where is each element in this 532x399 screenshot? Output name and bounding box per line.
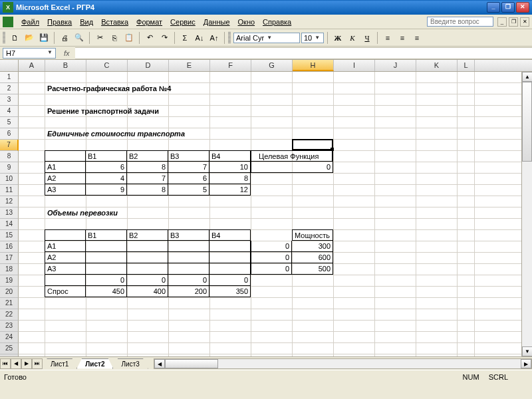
cell-B15[interactable]: [45, 229, 86, 241]
cell-F9[interactable]: 10: [209, 162, 251, 173]
row-header-19[interactable]: 19: [0, 275, 19, 287]
cell-E20[interactable]: 200: [168, 286, 209, 297]
preview-icon[interactable]: 🔍: [72, 31, 86, 45]
cell-F11[interactable]: 12: [209, 184, 251, 196]
open-icon[interactable]: 📂: [23, 31, 36, 45]
cell-B6[interactable]: Единичные стоимости транспорта: [45, 128, 86, 140]
cell-H17[interactable]: 600: [292, 252, 333, 263]
fx-label[interactable]: fx: [59, 49, 75, 57]
row-header-4[interactable]: 4: [0, 106, 19, 117]
row-header-18[interactable]: 18: [0, 264, 19, 275]
align-right-icon[interactable]: ≡: [410, 31, 424, 45]
row-header-9[interactable]: 9: [0, 162, 19, 174]
row-header-14[interactable]: 14: [0, 219, 19, 230]
scroll-down-icon[interactable]: ▼: [522, 346, 532, 356]
menu-edit[interactable]: Правка: [43, 17, 76, 27]
menu-window[interactable]: Окно: [234, 17, 259, 27]
cell-D16[interactable]: [127, 241, 168, 252]
scroll-up-icon[interactable]: ▲: [522, 72, 532, 82]
paste-icon[interactable]: 📋: [122, 31, 136, 45]
cell-E19[interactable]: 0: [168, 275, 209, 286]
cell-F15[interactable]: B4: [209, 229, 251, 241]
cell-B13[interactable]: Объемы перевозки: [45, 207, 86, 219]
row-header-6[interactable]: 6: [0, 128, 19, 140]
help-search[interactable]: [427, 17, 493, 27]
help-input[interactable]: [427, 17, 493, 27]
vertical-scrollbar[interactable]: ▲ ▼: [521, 72, 532, 356]
cell-E11[interactable]: 5: [168, 184, 209, 196]
row-header-21[interactable]: 21: [0, 298, 19, 309]
row-header-20[interactable]: 20: [0, 287, 19, 298]
cut-icon[interactable]: ✂: [93, 31, 106, 45]
column-header-A[interactable]: A: [19, 60, 45, 71]
row-header-17[interactable]: 17: [0, 253, 19, 264]
italic-button[interactable]: К: [346, 31, 359, 45]
close-button[interactable]: ✕: [516, 2, 529, 13]
menu-data[interactable]: Данные: [200, 17, 234, 27]
new-icon[interactable]: 🗋: [8, 31, 21, 45]
cell-C15[interactable]: B1: [86, 229, 127, 241]
column-header-J[interactable]: J: [375, 60, 416, 71]
tab-first-icon[interactable]: ⏮: [0, 358, 11, 369]
cell-B4[interactable]: Решение транспортной задачи: [45, 106, 86, 117]
cell-E17[interactable]: [168, 252, 209, 263]
underline-button[interactable]: Ч: [360, 31, 374, 45]
cell-D11[interactable]: 8: [127, 184, 168, 196]
align-left-icon[interactable]: ≡: [381, 31, 394, 45]
row-header-22[interactable]: 22: [0, 309, 19, 321]
select-all-corner[interactable]: [0, 60, 19, 71]
doc-close-button[interactable]: ✕: [520, 17, 529, 27]
cell-E8[interactable]: B3: [168, 150, 209, 162]
cell-F16[interactable]: [209, 241, 251, 252]
row-header-12[interactable]: 12: [0, 196, 19, 207]
cell-D8[interactable]: B2: [127, 150, 168, 162]
row-header-1[interactable]: 1: [0, 72, 19, 83]
cell-D9[interactable]: 8: [127, 162, 168, 173]
cell-G16[interactable]: 0: [251, 241, 292, 252]
font-size-selector[interactable]: 10▼: [301, 33, 324, 43]
cell-C11[interactable]: 9: [86, 184, 127, 196]
print-icon[interactable]: 🖨: [58, 31, 71, 45]
undo-icon[interactable]: ↶: [143, 31, 156, 45]
scroll-thumb[interactable]: [522, 82, 532, 162]
cell-B11[interactable]: А3: [45, 184, 86, 196]
cell-D10[interactable]: 7: [127, 173, 168, 184]
fill-handle[interactable]: [331, 148, 334, 151]
cell-C19[interactable]: 0: [86, 275, 127, 286]
formula-input[interactable]: [75, 47, 532, 59]
cell-B16[interactable]: А1: [45, 241, 86, 252]
menu-file[interactable]: Файл: [17, 17, 43, 27]
cell-E16[interactable]: [168, 241, 209, 252]
row-header-26[interactable]: 26: [0, 354, 19, 356]
cell-F20[interactable]: 350: [209, 286, 251, 297]
horizontal-scrollbar[interactable]: ◀ ▶: [154, 358, 532, 369]
save-icon[interactable]: 💾: [37, 31, 51, 45]
cell-B17[interactable]: А2: [45, 252, 86, 263]
sort-asc-icon[interactable]: A↓: [193, 31, 206, 45]
cell-C16[interactable]: [86, 241, 127, 252]
column-header-H[interactable]: H: [293, 60, 334, 71]
redo-icon[interactable]: ↷: [158, 31, 171, 45]
menu-help[interactable]: Справка: [259, 17, 295, 27]
cell-D17[interactable]: [127, 252, 168, 263]
cell-F18[interactable]: [209, 263, 251, 275]
tab-prev-icon[interactable]: ◀: [11, 358, 21, 369]
autosum-icon[interactable]: Σ: [178, 31, 192, 45]
restore-button[interactable]: ❐: [501, 2, 515, 13]
cell-D15[interactable]: B2: [127, 229, 168, 241]
row-header-24[interactable]: 24: [0, 332, 19, 343]
cell-C18[interactable]: [86, 263, 127, 275]
row-header-8[interactable]: 8: [0, 151, 19, 162]
cell-H15[interactable]: Мощность: [292, 229, 333, 241]
menu-tools[interactable]: Сервис: [166, 17, 200, 27]
cell-D20[interactable]: 400: [127, 286, 168, 297]
scroll-left-icon[interactable]: ◀: [154, 359, 165, 368]
cell-C17[interactable]: [86, 252, 127, 263]
row-header-25[interactable]: 25: [0, 343, 19, 354]
cell-B2[interactable]: Расчетно-графическая работа №4: [45, 83, 86, 94]
cell-B8[interactable]: [45, 150, 86, 162]
tab-last-icon[interactable]: ⏭: [32, 358, 43, 369]
cell-G17[interactable]: 0: [251, 252, 292, 263]
column-header-I[interactable]: I: [334, 60, 375, 71]
cell-C20[interactable]: 450: [86, 286, 127, 297]
